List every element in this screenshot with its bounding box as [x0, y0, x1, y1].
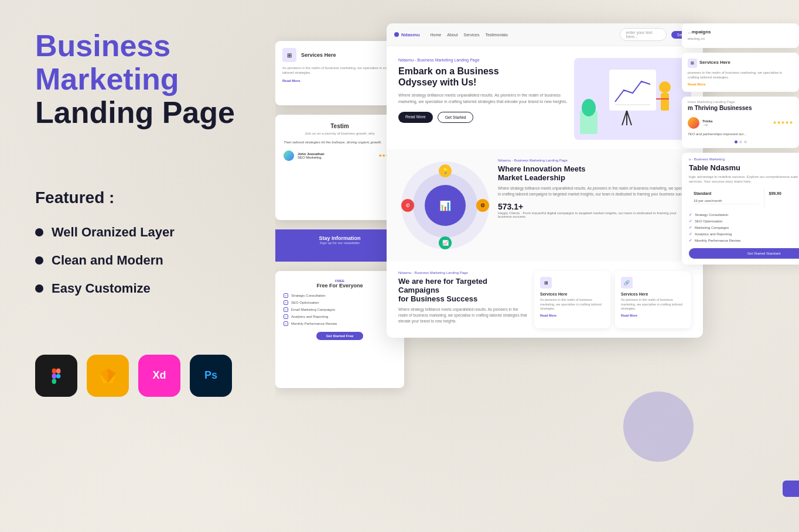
innov-breadcrumb: Ndasmu - Business Marketing Landing Page	[498, 159, 691, 162]
reviewer-role: SEO Marketing	[298, 156, 325, 159]
hero-title-line1: Embark on a Business	[398, 66, 499, 76]
svg-rect-0	[52, 368, 56, 373]
table-item-1: Strategy Consultation	[695, 213, 728, 217]
innovation-visual: 📊 💡 🎯 📈 ⚙	[398, 159, 492, 252]
table-description: logic advantage to redefine success. Exp…	[682, 174, 799, 188]
feature-text-2: Clean and Modern	[52, 253, 163, 268]
table-section: u - Business Marketing Table Ndasmu logi…	[682, 153, 799, 265]
camp-card-title-2: Services Here	[621, 292, 685, 296]
hero-title: Embark on a Business Odyssey with Us!	[398, 66, 568, 88]
svg-rect-13	[661, 93, 669, 111]
side-reviewer-name: Triska	[702, 119, 712, 123]
table-title: Table Ndasmu	[682, 163, 799, 174]
nav-home[interactable]: Home	[431, 33, 442, 37]
service-read-more[interactable]: Read More	[282, 79, 397, 83]
camp-breadcrumb: Ndasmu - Business Marketing Landing Page	[398, 271, 528, 274]
camp-card-text-1: As pioneers in the realm of business mar…	[540, 298, 605, 311]
svg-point-19	[582, 99, 596, 116]
side-panel-right: ...mpaigns electing on ⊞ Services Here p…	[682, 23, 799, 265]
svg-rect-1	[56, 368, 60, 373]
feature-item-3: Easy Customize	[35, 281, 246, 296]
camp-card-link-2[interactable]: Read More	[621, 314, 685, 317]
innov-title: Where Innovation Meets Market Leadership	[498, 164, 691, 182]
hero-buttons: Read More Get Started	[398, 112, 568, 123]
pricing-item-3: Email Marketing Campaigns	[291, 308, 335, 311]
orbit-dot-right: ⚙	[476, 199, 489, 212]
camp-card-title-1: Services Here	[540, 292, 605, 296]
center-screenshots: ⊞ Services Here As pioneers in the realm…	[275, 41, 404, 388]
table-breadcrumb: u - Business Marketing	[682, 153, 799, 163]
camp-card-link-1[interactable]: Read More	[540, 314, 605, 317]
bullet-3	[35, 284, 43, 293]
hero-read-more-btn[interactable]: Read More	[398, 112, 433, 123]
testimonial-quote: Their tailored strategies hit the bullse…	[284, 140, 396, 145]
table-items: ✓Strategy Consultation ✓SEO Optimisation…	[682, 212, 799, 248]
feature-item-2: Clean and Modern	[35, 253, 246, 268]
stay-subtitle: Sign up for our newsletter	[284, 241, 396, 245]
bullet-2	[35, 256, 43, 265]
pricing-get-started-btn[interactable]: Get Started Free	[316, 332, 363, 340]
featured-section: Featured : Well Oranized Layer Clean and…	[35, 188, 246, 296]
service-card-title: Services Here	[301, 52, 336, 58]
side-thriving-label: iness Marketing Landing Page	[682, 97, 799, 105]
dot-2	[739, 140, 742, 143]
pricing-item-5: Monthly Performance Review	[291, 322, 337, 325]
table-item-5: Monthly Performance Review	[695, 239, 740, 242]
sketch-icon	[87, 355, 129, 397]
side-reviewer-card: iness Marketing Landing Page m Thriving …	[682, 97, 799, 148]
purple-accent-btn[interactable]	[783, 480, 799, 497]
browser-nav: Home About Services Testimonials	[431, 33, 508, 37]
innovation-text: Ndasmu - Business Marketing Landing Page…	[498, 159, 691, 218]
orbit-center: 📊	[425, 185, 466, 226]
left-panel: Business Marketing Landing Page Featured…	[0, 0, 275, 532]
feature-text-1: Well Oranized Layer	[52, 225, 175, 240]
xd-icon: Xd	[138, 355, 180, 397]
pricing-item-4: Analytics and Reporting	[291, 315, 328, 318]
service-card-text: As pioneers in the realm of business mar…	[282, 66, 397, 75]
testimonial-title: Testim	[284, 123, 396, 129]
table-item-2: SEO Optimisation	[695, 219, 723, 223]
reviewer-avatar	[284, 150, 294, 161]
camp-description: Where strategy brilliance meets unparall…	[398, 307, 528, 324]
side-reviewer-stars: ★★★★★	[773, 120, 793, 125]
camp-card-1: ⊞ Services Here As pioneers in the realm…	[534, 271, 610, 328]
side-campaigns-card: ...mpaigns electing on	[682, 23, 799, 48]
orbit-dot-top: 💡	[439, 164, 452, 177]
side-services-link[interactable]: Read More	[688, 83, 793, 86]
svg-point-4	[56, 374, 60, 378]
right-panel: ⊞ Services Here As pioneers in the realm…	[275, 0, 799, 532]
browser-search-input[interactable]: enter your text here...	[620, 28, 667, 41]
side-avatar	[688, 117, 699, 129]
campaigns-section: Ndasmu - Business Marketing Landing Page…	[387, 262, 703, 338]
orbit-dot-left: 🎯	[401, 199, 414, 212]
hero-title-line2: Odyssey with Us!	[398, 77, 476, 87]
table-price-per-user: 19 per user/month	[694, 198, 759, 204]
table-col-price: $99.90	[764, 188, 800, 208]
camp-card-icon-1: ⊞	[540, 277, 552, 289]
side-services-icon: ⊞	[688, 59, 697, 68]
hero-breadcrumb: Ndasmu - Business Marketing Landing Page	[398, 58, 568, 62]
camp-card-2: 🔗 Services Here As pioneers in the realm…	[615, 271, 691, 328]
side-reviewer-quote: TEO and partnerships improved our...	[682, 132, 799, 140]
dot-3	[744, 140, 747, 143]
feature-text-3: Easy Customize	[52, 281, 151, 296]
content-wrapper: Business Marketing Landing Page Featured…	[0, 0, 799, 532]
tools-row: Xd Ps	[35, 355, 246, 397]
featured-label: Featured :	[35, 188, 246, 207]
nav-services[interactable]: Services	[464, 33, 480, 37]
svg-point-12	[659, 81, 671, 93]
orbit-dot-bottom: 📈	[439, 236, 452, 249]
side-campaigns-title: ...mpaigns	[688, 29, 793, 35]
hero-get-started-btn[interactable]: Get Started	[438, 112, 474, 123]
pricing-item-2: SEO Optimisation	[291, 301, 319, 304]
table-item-4: Analytics and Reporting	[695, 232, 732, 236]
side-reviewer-role: ...ny	[702, 123, 712, 126]
side-services-text: pioneers in the realm of business market…	[688, 70, 793, 80]
ps-icon: Ps	[190, 355, 232, 397]
side-thriving-title: m Thriving Businesses	[682, 105, 799, 114]
nav-about[interactable]: About	[447, 33, 457, 37]
nav-testimonials[interactable]: Testimonials	[485, 33, 508, 37]
browser-bar: Ndasmu Home About Services Testimonials …	[387, 23, 703, 46]
title-line1: Business Marketing	[35, 29, 246, 96]
table-get-started-btn[interactable]: Get Started Standard	[689, 248, 799, 259]
